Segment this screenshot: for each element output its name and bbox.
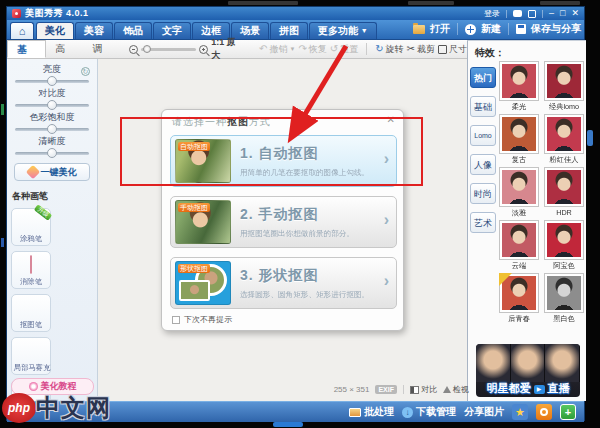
zoom-out-icon[interactable] [129, 45, 138, 54]
tab-home[interactable]: ⌂ [10, 22, 34, 39]
effect-cloud[interactable]: 云端 [499, 220, 539, 271]
exif-badge[interactable]: EXIF [375, 385, 397, 394]
effect-thumbnail[interactable] [544, 114, 584, 154]
login-link[interactable]: 登录 [484, 8, 500, 19]
divider [403, 385, 404, 394]
option-shape-cutout[interactable]: 形状抠图 3. 形状抠图 选择圆形、圆角矩形、矩形进行抠图。 › [170, 257, 397, 309]
open-button[interactable]: 打开 [430, 22, 450, 36]
view-button[interactable]: 检视 [443, 384, 469, 395]
slider-knob[interactable] [47, 100, 57, 110]
banner-text-main: 明星都爱 [486, 382, 530, 394]
tab-text[interactable]: 文字 [153, 22, 191, 39]
compare-button[interactable]: 对比 [410, 384, 437, 395]
effect-thumbnail[interactable] [499, 220, 539, 260]
tab-collage[interactable]: 拼图 [270, 22, 308, 39]
effects-tab-art[interactable]: 艺术 [470, 212, 496, 233]
panel-tab-basic[interactable]: 基础 [7, 40, 46, 58]
desktop-fragment [408, 1, 454, 5]
effect-thumbnail[interactable] [544, 167, 584, 207]
effect-classic-lomo[interactable]: 经典lomo [544, 61, 584, 112]
effect-thumbnail[interactable] [499, 273, 539, 313]
add-app-button[interactable]: + [560, 404, 576, 420]
effects-tab-lomo[interactable]: Lomo [470, 125, 496, 146]
download-label: 下载管理 [416, 405, 456, 419]
saturation-slider[interactable] [15, 128, 89, 131]
new-button[interactable]: 新建 [481, 22, 501, 36]
effect-pink-lady[interactable]: 粉红佳人 [544, 114, 584, 165]
download-manager-button[interactable]: ↓ 下载管理 [402, 405, 456, 419]
zoom-slider-knob[interactable] [143, 45, 151, 53]
effect-black-white[interactable]: 黑白色 [544, 273, 584, 324]
effects-tab-fashion[interactable]: 时尚 [470, 183, 496, 204]
effect-thumbnail[interactable] [499, 61, 539, 101]
slider-group: 清晰度 [7, 135, 97, 155]
save-share-button[interactable]: 保存与分享 [531, 22, 581, 36]
brushes-header: 各种画笔 [12, 190, 97, 203]
crop-button[interactable]: ✂ 裁剪 [407, 43, 435, 56]
effect-elegant[interactable]: 淡雅 [499, 167, 539, 218]
batch-process-button[interactable]: 批处理 [349, 405, 394, 419]
checkbox-label: 下次不再提示 [184, 314, 232, 325]
tab-more-features[interactable]: 更多功能 ▼ [309, 22, 377, 39]
effects-tab-hot[interactable]: 热门 [470, 67, 496, 88]
banner-face [476, 344, 511, 382]
local-mosaic-button[interactable]: 局部马赛克 [11, 337, 51, 375]
sharpness-slider[interactable] [15, 152, 89, 155]
effects-tab-basic[interactable]: 基础 [470, 96, 496, 117]
app-title: 美图秀秀 4.0.1 [25, 7, 89, 20]
brightness-slider[interactable] [15, 80, 89, 83]
effect-abao[interactable]: 阿宝色 [544, 220, 584, 271]
contrast-slider[interactable] [15, 104, 89, 107]
desktop-background: 美图秀秀 4.0.1 登录 – □ ✕ ⌂ 美化 美容 饰品 文字 边框 场景 … [0, 0, 600, 428]
slider-knob[interactable] [47, 148, 57, 158]
option-manual-cutout[interactable]: 手动抠图 2. 手动抠图 用抠图笔圈出你想做前景的部分。 › [170, 196, 397, 248]
viewer-app-button[interactable] [536, 404, 552, 420]
panel-tab-advanced[interactable]: 高级 [46, 40, 83, 58]
minimize-button[interactable]: – [549, 9, 554, 18]
eye-icon [540, 408, 548, 416]
cutout-pen-button[interactable]: 抠图笔 [11, 294, 51, 332]
effect-thumbnail[interactable] [499, 167, 539, 207]
annotation-rectangle [120, 117, 423, 186]
effect-thumbnail[interactable] [544, 273, 584, 313]
tab-accessories[interactable]: 饰品 [114, 22, 152, 39]
star-app-button[interactable]: ★ [512, 404, 528, 420]
reset-adjustments-icon[interactable]: ↻ [81, 67, 90, 76]
tab-beautify[interactable]: 美化 [36, 22, 74, 39]
effects-category-tabs: 热门 基础 Lomo 人像 时尚 艺术 [470, 67, 497, 241]
effect-thumbnail[interactable] [544, 61, 584, 101]
effect-thumbnail[interactable] [544, 220, 584, 260]
skin-icon[interactable] [528, 10, 536, 18]
crop-icon: ✂ [407, 44, 415, 54]
eraser-pen-button[interactable]: 消除笔 [11, 251, 51, 289]
close-button[interactable]: ✕ [571, 9, 579, 18]
maximize-button[interactable]: □ [560, 9, 565, 18]
zoom-slider[interactable] [141, 48, 196, 51]
promo-banner[interactable]: 明星都爱 ▶ 直播 [476, 344, 580, 397]
statusbar: 255 × 351 EXIF 对比 检视 [297, 384, 469, 395]
slider-knob[interactable] [47, 76, 57, 86]
brush-label: 抠图笔 [14, 319, 49, 329]
tab-cosmetic[interactable]: 美容 [75, 22, 113, 39]
effect-soft-light[interactable]: 柔光 [499, 61, 539, 112]
doodle-pen-button[interactable]: 升级 涂鸦笔 [11, 208, 51, 246]
panel-tab-tone[interactable]: 调色 [84, 40, 121, 58]
feedback-chat-icon[interactable] [513, 10, 522, 17]
banner-face [545, 344, 580, 382]
share-image-button[interactable]: 分享图片 [464, 405, 504, 419]
toolbar: 基础 高级 调色 1:1 原大 ↶ 撤销 ▼ ↷ 恢复 [7, 40, 467, 59]
effects-tab-portrait[interactable]: 人像 [470, 154, 496, 175]
one-key-beautify-button[interactable]: 一键美化 [14, 163, 90, 181]
rotate-button[interactable]: ↻ 旋转 [375, 43, 403, 56]
slider-knob[interactable] [47, 124, 57, 134]
effect-thumbnail[interactable] [499, 114, 539, 154]
zoom-in-icon[interactable] [199, 45, 208, 54]
resize-button[interactable]: 尺寸 [438, 43, 467, 56]
desktop-fragment [228, 1, 298, 5]
view-label: 检视 [453, 384, 469, 395]
manual-cutout-thumbnail: 手动抠图 [175, 200, 231, 244]
effect-hdr[interactable]: HDR [544, 167, 584, 218]
dont-show-again-checkbox[interactable] [172, 316, 180, 324]
effect-retro[interactable]: 复古 [499, 114, 539, 165]
effect-post-youth[interactable]: 后青春 [499, 273, 539, 324]
